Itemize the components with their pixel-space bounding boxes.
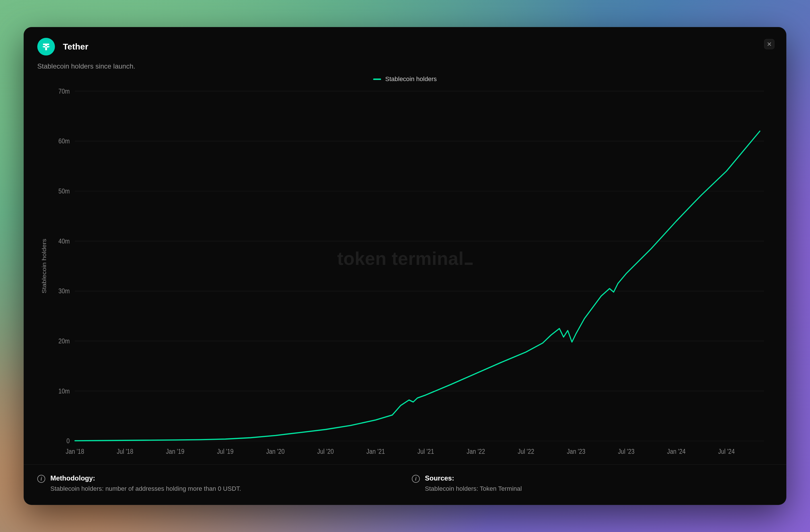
sources-label: Sources:: [425, 474, 522, 482]
svg-text:Jan '20: Jan '20: [266, 448, 285, 455]
svg-text:20m: 20m: [58, 337, 70, 345]
sources-block: i Sources: Stablecoin holders: Token Ter…: [412, 474, 773, 493]
svg-text:40m: 40m: [58, 237, 70, 245]
svg-text:0: 0: [67, 437, 70, 445]
card-header: Tether: [23, 27, 787, 55]
legend-label: Stablecoin holders: [385, 76, 437, 83]
svg-text:60m: 60m: [58, 137, 70, 145]
methodology-label: Methodology:: [50, 474, 241, 482]
svg-text:Jan '22: Jan '22: [467, 448, 485, 455]
info-icon: i: [412, 475, 420, 483]
legend-swatch: [373, 79, 381, 80]
svg-text:30m: 30m: [58, 287, 70, 295]
svg-text:Jul '24: Jul '24: [718, 448, 734, 455]
svg-text:Jul '22: Jul '22: [518, 448, 534, 455]
methodology-text: Stablecoin holders: number of addresses …: [50, 485, 241, 493]
chart-card: Tether Stablecoin holders since launch. …: [23, 27, 787, 505]
card-footer: i Methodology: Stablecoin holders: numbe…: [23, 464, 787, 505]
svg-text:Jan '19: Jan '19: [166, 448, 184, 455]
card-title: Tether: [63, 42, 88, 51]
line-chart: 010m20m30m40m50m60m70mJan '18Jul '18Jan …: [37, 84, 773, 464]
chart-area: token terminal 010m20m30m40m50m60m70mJan…: [23, 83, 787, 464]
svg-text:Jan '23: Jan '23: [567, 448, 585, 455]
svg-text:Stablecoin holders: Stablecoin holders: [41, 239, 47, 294]
svg-text:Jul '18: Jul '18: [117, 448, 133, 455]
info-icon: i: [37, 475, 45, 483]
methodology-block: i Methodology: Stablecoin holders: numbe…: [37, 474, 398, 493]
svg-text:Jul '20: Jul '20: [317, 448, 334, 455]
tether-logo-icon: [37, 38, 55, 55]
close-button[interactable]: [764, 39, 774, 49]
sources-text: Stablecoin holders: Token Terminal: [425, 485, 522, 493]
svg-text:10m: 10m: [58, 387, 70, 395]
svg-text:Jul '19: Jul '19: [217, 448, 233, 455]
svg-text:Jan '24: Jan '24: [667, 448, 686, 455]
svg-text:Jul '23: Jul '23: [618, 448, 634, 455]
card-subtitle: Stablecoin holders since launch.: [23, 55, 787, 70]
svg-text:Jan '18: Jan '18: [66, 448, 84, 455]
svg-text:Jul '21: Jul '21: [418, 448, 434, 455]
svg-text:Jan '21: Jan '21: [366, 448, 385, 455]
chart-legend: Stablecoin holders: [23, 70, 787, 83]
svg-text:50m: 50m: [58, 187, 70, 195]
svg-text:70m: 70m: [58, 87, 70, 95]
